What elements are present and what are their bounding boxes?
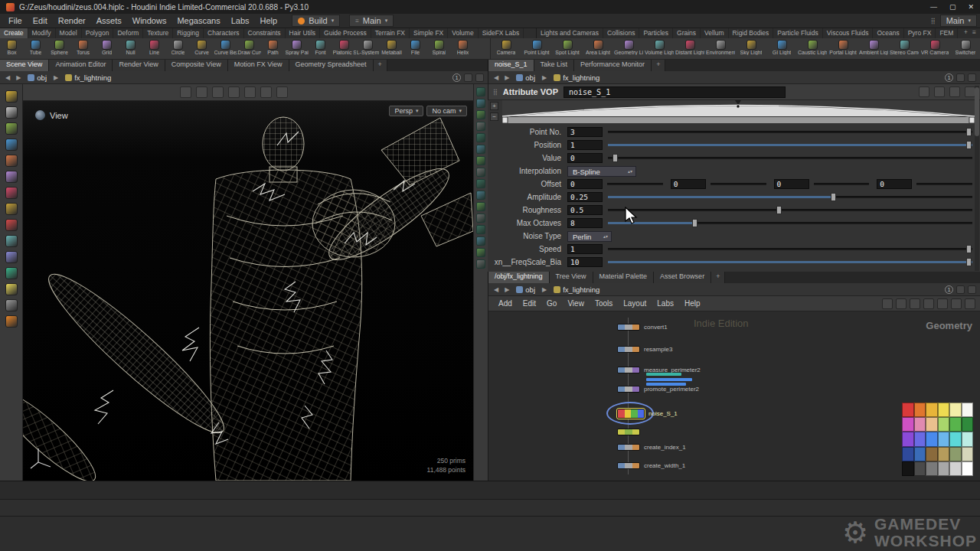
palette-swatch[interactable] (914, 447, 926, 461)
param-menu-noise-type[interactable]: Perlin▴▾ (567, 231, 612, 242)
context-chip[interactable]: obj (514, 285, 537, 294)
param-field-offset-1[interactable]: 0 (671, 179, 706, 189)
network-editor[interactable]: convert1resample3measure_perimeter2promo… (488, 311, 980, 481)
wireframe-toggle-icon[interactable] (476, 99, 485, 108)
shelf-tab-lights-and-cameras[interactable]: Lights and Cameras (537, 28, 603, 38)
node-unnamed[interactable] (617, 429, 640, 435)
param-field-offset-2[interactable]: 0 (774, 179, 809, 189)
forward-icon[interactable]: ▶ (503, 286, 511, 293)
param-field-roughness[interactable]: 0.5 (567, 205, 603, 215)
slider-handle[interactable] (612, 154, 618, 162)
shelf-tool-switcher[interactable]: Switcher (950, 38, 980, 59)
wrench-icon[interactable] (882, 298, 893, 309)
slider-handle[interactable] (831, 193, 836, 201)
network-tab-material-palette[interactable]: Material Palette (593, 272, 655, 283)
maximize-pane-icon[interactable] (968, 285, 976, 294)
scale-tool-icon[interactable] (5, 155, 18, 167)
shelf-tab-collisions[interactable]: Collisions (603, 28, 639, 38)
node-chip[interactable]: fx_lightning (551, 285, 602, 294)
back-icon[interactable]: ◀ (4, 74, 11, 81)
rotate-tool-icon[interactable] (5, 139, 18, 151)
shelf-tool-stereo-camera[interactable]: Stereo Camera (889, 38, 920, 59)
shelf-tool-tube[interactable]: Tube (24, 38, 47, 59)
shelf-tool-font[interactable]: Font (309, 38, 332, 59)
node-convert1[interactable]: convert1 (617, 324, 668, 331)
pane-tab-scene-view[interactable]: Scene View (0, 60, 49, 71)
param-slider-roughness[interactable] (608, 205, 972, 215)
palette-swatch[interactable] (914, 432, 926, 446)
grid-display-icon[interactable] (476, 133, 485, 142)
scene-viewport[interactable]: View Persp ▾ No cam ▾ 250 prims 11,488 p… (23, 101, 473, 481)
palette-swatch[interactable] (962, 447, 974, 461)
pin-icon[interactable] (464, 73, 472, 82)
background-display-icon[interactable] (476, 191, 485, 200)
shelf-tab-volume[interactable]: Volume (448, 28, 478, 38)
shelf-tool-sphere[interactable]: Sphere (47, 38, 71, 59)
node-chip[interactable]: fx_lightning (551, 73, 602, 82)
network-menu-help[interactable]: Help (679, 298, 706, 309)
palette-swatch[interactable] (902, 447, 914, 461)
palette-swatch[interactable] (938, 417, 950, 432)
shelf-tab-constraints[interactable]: Constraints (244, 28, 286, 38)
ramp-delete-point-button[interactable]: − (490, 112, 498, 121)
maximize-pane-icon[interactable] (968, 73, 976, 82)
shelf-tab-oceans[interactable]: Oceans (873, 28, 903, 38)
shelf-tool-null[interactable]: Null (119, 38, 142, 59)
node-chip[interactable]: fx_lightning (63, 73, 113, 82)
node-create-width-1[interactable]: create_width_1 (617, 462, 685, 469)
slider-handle[interactable] (966, 258, 972, 266)
field-guide-icon[interactable] (476, 259, 485, 269)
onion-skin-icon[interactable] (476, 236, 485, 246)
add-shelf-icon[interactable]: + (964, 28, 968, 38)
paint-select-icon[interactable] (212, 86, 224, 98)
shelf-tool-curve[interactable]: Curve (190, 38, 214, 59)
context-chip[interactable]: obj (25, 73, 49, 82)
menu-windows[interactable]: Windows (127, 15, 172, 27)
pane-tab-animation-editor[interactable]: Animation Editor (49, 60, 113, 71)
shelf-tab-modify[interactable]: Modify (28, 28, 56, 38)
camera-lock-icon[interactable] (476, 156, 485, 165)
pane-tab-take-list[interactable]: Take List (534, 60, 575, 71)
palette-swatch[interactable] (962, 432, 974, 446)
network-menu-tools[interactable]: Tools (590, 298, 618, 309)
shelf-tab-hair-utils[interactable]: Hair Utils (286, 28, 320, 38)
palette-swatch[interactable] (949, 417, 962, 432)
fog-display-icon[interactable] (476, 179, 485, 188)
shelf-tool-point-light[interactable]: Point Light (521, 38, 552, 59)
param-field-speed[interactable]: 1 (567, 244, 603, 254)
snapshot-icon[interactable] (951, 298, 962, 309)
slider-handle[interactable] (966, 141, 972, 149)
snap-toggle-icon[interactable] (228, 86, 240, 98)
pin-icon[interactable] (956, 285, 965, 294)
light-tool-icon[interactable] (5, 283, 18, 295)
back-icon[interactable]: ◀ (492, 286, 500, 293)
pane-link-badge[interactable]: 1 (945, 73, 953, 82)
param-slider-position[interactable] (608, 140, 972, 150)
pose-tool-icon[interactable] (5, 171, 18, 183)
palette-swatch[interactable] (926, 447, 938, 461)
shelf-menu-icon[interactable]: ≡ (972, 28, 976, 38)
select-arrow-icon[interactable] (180, 86, 191, 98)
points-display-icon[interactable] (476, 122, 485, 131)
palette-swatch[interactable] (962, 403, 974, 417)
camera-selector[interactable]: No cam ▾ (426, 106, 467, 116)
menu-render[interactable]: Render (53, 15, 91, 27)
shelf-tab-terrain-fx[interactable]: Terrain FX (371, 28, 410, 38)
ramp-add-point-button[interactable]: + (490, 102, 498, 110)
ramp-editor[interactable] (502, 100, 975, 123)
shelf-tool-l-system[interactable]: L-System (356, 38, 380, 59)
pin-icon[interactable] (919, 86, 929, 97)
shelf-tool-path[interactable]: Path (261, 38, 285, 59)
shelf-tool-draw-curve[interactable]: Draw Curve (237, 38, 261, 59)
search-icon[interactable] (965, 298, 975, 309)
right-desktop-selector[interactable]: Main ▾ (940, 15, 977, 27)
add-pane-tab-icon[interactable]: + (711, 272, 725, 283)
shelf-tool-ambient-light[interactable]: Ambient Light (858, 38, 889, 59)
forward-icon[interactable]: ▶ (15, 74, 22, 81)
network-menu-add[interactable]: Add (493, 298, 518, 309)
network-tab-asset-browser[interactable]: Asset Browser (654, 272, 711, 283)
minimize-button[interactable]: — (930, 3, 937, 11)
pane-tab-motion-fx-view[interactable]: Motion FX View (228, 60, 289, 71)
shelf-tool-distant-light[interactable]: Distant Light (675, 38, 705, 59)
param-slider-value[interactable] (608, 153, 972, 163)
